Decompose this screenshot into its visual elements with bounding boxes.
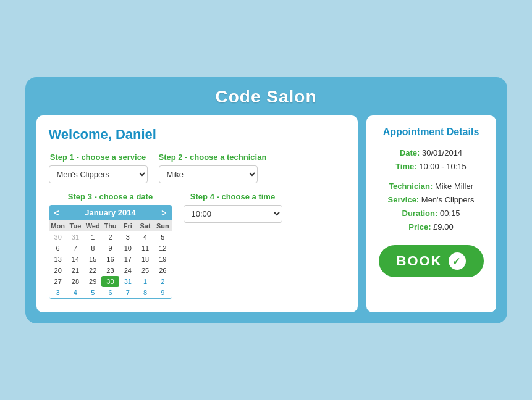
appt-technician-row: Technician: Mike Miller xyxy=(379,180,484,193)
step2-label: Step 2 - choose a technician xyxy=(159,152,267,162)
time-value: 10:00 - 10:15 xyxy=(419,162,467,171)
cal-day[interactable]: 29 xyxy=(84,276,101,287)
cal-day[interactable]: 1 xyxy=(84,231,101,243)
cal-day[interactable]: 20 xyxy=(49,265,67,276)
technician-value: Mike Miller xyxy=(435,181,473,191)
cal-row-3: 13 14 15 16 17 18 19 xyxy=(49,254,172,265)
price-label: Price: xyxy=(408,222,431,231)
cal-day[interactable]: 7 xyxy=(119,287,137,298)
cal-day[interactable]: 3 xyxy=(119,231,137,243)
cal-header-fri: Fri xyxy=(119,220,137,231)
cal-day[interactable]: 31 xyxy=(67,231,84,243)
appt-title: Appointment Details xyxy=(383,127,479,138)
header: Code Salon xyxy=(36,87,496,107)
cal-header-sat: Sat xyxy=(137,220,154,231)
cal-day[interactable]: 3 xyxy=(49,287,67,298)
cal-day[interactable]: 26 xyxy=(154,265,171,276)
cal-header-tue: Tue xyxy=(67,220,84,231)
cal-day[interactable]: 14 xyxy=(67,254,84,265)
duration-value: 00:15 xyxy=(440,209,460,218)
cal-day[interactable]: 5 xyxy=(154,231,171,243)
appt-service-row: Service: Men's Clippers xyxy=(379,193,484,207)
cal-day[interactable]: 25 xyxy=(137,265,154,276)
cal-day[interactable]: 19 xyxy=(154,254,171,265)
cal-day-headers: Mon Tue Wed Thu Fri Sat Sun xyxy=(49,220,172,231)
cal-day[interactable]: 12 xyxy=(154,243,171,254)
main-content: Welcome, Daniel Step 1 - choose a servic… xyxy=(36,115,496,312)
outer-wrapper: Code Salon Welcome, Daniel Step 1 - choo… xyxy=(25,77,507,323)
step4-select[interactable]: 10:00 10:15 10:30 11:00 xyxy=(184,205,282,223)
cal-day[interactable]: 10 xyxy=(119,243,137,254)
service-label: Service: xyxy=(388,195,420,204)
step4-label: Step 4 - choose a time xyxy=(184,192,282,201)
cal-header-wed: Wed xyxy=(84,220,101,231)
cal-day[interactable]: 24 xyxy=(119,265,137,276)
cal-day[interactable]: 30 xyxy=(49,231,67,243)
date-value: 30/01/2014 xyxy=(422,148,462,157)
step1-group: Step 1 - choose a service Men's Clippers… xyxy=(49,152,148,183)
cal-row-2: 6 7 8 9 10 11 12 xyxy=(49,243,172,254)
technician-label: Technician: xyxy=(389,181,433,191)
left-panel: Welcome, Daniel Step 1 - choose a servic… xyxy=(36,115,358,312)
book-button[interactable]: BOOK xyxy=(379,245,484,277)
step2-select[interactable]: Mike Sarah John xyxy=(159,165,258,183)
cal-day[interactable]: 18 xyxy=(137,254,154,265)
duration-label: Duration: xyxy=(402,209,438,218)
cal-day[interactable]: 2 xyxy=(154,276,171,287)
step1-label: Step 1 - choose a service xyxy=(49,152,148,162)
cal-day[interactable]: 7 xyxy=(67,243,84,254)
cal-day[interactable]: 6 xyxy=(101,287,119,298)
calendar: < January 2014 > Mon Tue Wed Thu Fri xyxy=(49,205,172,299)
cal-day[interactable]: 5 xyxy=(84,287,101,298)
cal-day[interactable]: 1 xyxy=(137,276,154,287)
cal-day[interactable]: 2 xyxy=(101,231,119,243)
cal-day[interactable]: 28 xyxy=(67,276,84,287)
cal-day[interactable]: 8 xyxy=(137,287,154,298)
cal-row-4: 20 21 22 23 24 25 26 xyxy=(49,265,172,276)
cal-day[interactable]: 15 xyxy=(84,254,101,265)
cal-day[interactable]: 17 xyxy=(119,254,137,265)
check-icon xyxy=(449,252,466,270)
cal-header: < January 2014 > xyxy=(49,206,172,220)
time-label: Time: xyxy=(395,162,416,171)
appt-price-row: Price: £9.00 xyxy=(379,220,484,234)
cal-row-5: 27 28 29 30 31 1 2 xyxy=(49,276,172,287)
cal-day[interactable]: 16 xyxy=(101,254,119,265)
step4-group: Step 4 - choose a time 10:00 10:15 10:30… xyxy=(184,192,282,223)
cal-day[interactable]: 11 xyxy=(137,243,154,254)
cal-header-mon: Mon xyxy=(49,220,67,231)
appt-info: Date: 30/01/2014 Time: 10:00 - 10:15 Tec… xyxy=(379,146,484,235)
cal-day[interactable]: 13 xyxy=(49,254,67,265)
cal-day[interactable]: 9 xyxy=(154,287,171,298)
appt-duration-row: Duration: 00:15 xyxy=(379,207,484,220)
appt-date-row: Date: 30/01/2014 xyxy=(379,146,484,160)
cal-day[interactable]: 21 xyxy=(67,265,84,276)
cal-day[interactable]: 4 xyxy=(67,287,84,298)
cal-month-label: January 2014 xyxy=(85,208,135,217)
cal-next-button[interactable]: > xyxy=(161,208,166,218)
cal-day[interactable]: 31 xyxy=(119,276,137,287)
cal-day[interactable]: 27 xyxy=(49,276,67,287)
date-label: Date: xyxy=(400,148,420,157)
app-title: Code Salon xyxy=(36,87,496,107)
cal-grid: Mon Tue Wed Thu Fri Sat Sun 30 xyxy=(49,220,172,298)
cal-day[interactable]: 22 xyxy=(84,265,101,276)
cal-day[interactable]: 4 xyxy=(137,231,154,243)
cal-day[interactable]: 8 xyxy=(84,243,101,254)
steps-row-bottom: Step 3 - choose a date < January 2014 > … xyxy=(49,192,345,299)
price-value: £9.00 xyxy=(433,222,454,231)
right-panel: Appointment Details Date: 30/01/2014 Tim… xyxy=(366,115,496,312)
cal-header-sun: Sun xyxy=(154,220,171,231)
cal-row-6: 3 4 5 6 7 8 9 xyxy=(49,287,172,298)
cal-day[interactable]: 6 xyxy=(49,243,67,254)
step1-select[interactable]: Men's Clippers Women's Cut Shave xyxy=(49,165,148,183)
step3-group: Step 3 - choose a date < January 2014 > … xyxy=(49,192,172,299)
cal-prev-button[interactable]: < xyxy=(54,208,59,218)
step3-label: Step 3 - choose a date xyxy=(49,192,172,201)
cal-row-1: 30 31 1 2 3 4 5 xyxy=(49,231,172,243)
cal-day-today[interactable]: 30 xyxy=(101,276,119,287)
appt-spacer xyxy=(379,173,484,180)
cal-day[interactable]: 9 xyxy=(101,243,119,254)
steps-row-top: Step 1 - choose a service Men's Clippers… xyxy=(49,152,345,183)
cal-day[interactable]: 23 xyxy=(101,265,119,276)
